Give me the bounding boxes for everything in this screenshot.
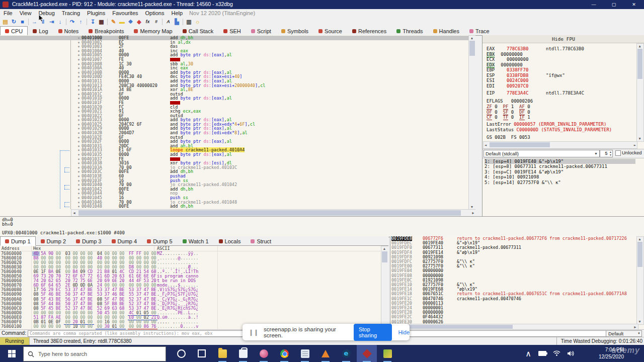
trace-into-icon[interactable]: ↧ — [89, 18, 97, 26]
disasm-row[interactable]: ●004010081C 30sbb al,30 — [0, 62, 475, 66]
register-row-eip[interactable]: EIP778E3A4Cntdll.778E3A4C — [487, 90, 584, 96]
flag-value[interactable]: 0 — [492, 110, 503, 115]
hide-fpu-button[interactable]: Hide FPU — [482, 35, 644, 43]
tab-dump-1[interactable]: Dump 1 — [0, 236, 36, 246]
breakpoint-dot-icon[interactable]: ● — [0, 157, 82, 161]
hex-byte[interactable]: 86 — [142, 324, 150, 329]
breakpoint-dot-icon[interactable]: ● — [0, 161, 82, 165]
stack-arg-row[interactable]: 5: [esp+14] 027757F0 &"\\ κ" — [485, 180, 561, 185]
step-out-icon[interactable]: ↑ — [76, 18, 85, 26]
disasm-row[interactable]: ●0040101C6Foutsd — [0, 92, 475, 97]
registers-vscrollbar[interactable]: ▲ ▼ — [636, 43, 644, 142]
breakpoint-dot-icon[interactable]: ● — [0, 70, 82, 75]
breakpoint-dot-icon[interactable]: ● — [0, 196, 82, 200]
disasm-row[interactable]: ●0040102191xchg ecx,eax — [0, 109, 475, 114]
stop-sharing-button[interactable]: Stop sharing — [354, 324, 392, 341]
breakpoint-dot-icon[interactable]: ● — [0, 44, 82, 49]
disasm-row[interactable]: ●0040101D0000add byte ptr ds:[eax],al — [0, 96, 475, 101]
disasm-row[interactable]: ●0040100440inc eax — [0, 49, 475, 53]
hex-byte[interactable]: 00 — [54, 324, 62, 329]
menu-favourites[interactable]: Favourites — [109, 10, 141, 16]
stack-pane[interactable]: 0019FDE8006772F6return to crackme11-pack… — [390, 236, 644, 329]
callconv-select[interactable]: Default (stdcall)▼ — [484, 150, 600, 157]
tab-memory-map[interactable]: Memory Map — [129, 26, 177, 36]
register-row[interactable]: EAX778C63B0ntdll.778C63B0 — [487, 46, 584, 51]
menu-help[interactable]: Help — [168, 10, 186, 16]
wifi-icon[interactable] — [550, 345, 562, 362]
register-value[interactable]: 00000000 — [507, 57, 546, 62]
tab-trace[interactable]: Trace — [464, 26, 495, 36]
taskbar-app-vlc[interactable] — [315, 345, 336, 362]
disasm-row[interactable]: ●0040104070 00jo crackme11-packed.401042 — [0, 183, 475, 187]
tab-locals[interactable]: Locals — [214, 236, 246, 246]
hex-byte[interactable]: 00 — [128, 324, 135, 329]
taskbar-app-store[interactable] — [233, 345, 253, 362]
disasm-row[interactable]: ●00401002ECin al,dx — [0, 40, 475, 45]
breakpoint-dot-icon[interactable]: ● — [0, 144, 82, 148]
graph-icon[interactable]: ▙ — [173, 18, 181, 26]
stack-arg-row[interactable]: 4: [esp+10] 00921098 — [485, 174, 539, 179]
flag-value[interactable]: 1 — [508, 104, 519, 109]
tab-source[interactable]: Source — [313, 26, 347, 36]
breakpoint-dot-icon[interactable]: ● — [0, 87, 82, 92]
taskbar-app-file-explorer[interactable] — [212, 345, 232, 362]
hex-byte[interactable]: 00 — [64, 324, 71, 329]
breakpoint-dot-icon[interactable]: ● — [0, 53, 82, 57]
taskbar-app-paint[interactable] — [254, 345, 274, 362]
register-value[interactable]: 778C63B0 — [507, 46, 546, 51]
hex-byte[interactable]: 00 — [40, 324, 47, 329]
disasm-row[interactable]: ●0040103A70 00jo crackme11-packed.40103C — [0, 165, 475, 170]
hash-icon[interactable]: # — [152, 18, 160, 26]
tab-watch-1[interactable]: Watch 1 — [178, 236, 214, 246]
breakpoint-dot-icon[interactable]: ● — [0, 74, 82, 79]
taskbar-app-edge[interactable] — [336, 345, 356, 362]
fx-icon[interactable]: fx — [143, 18, 152, 26]
taskbar-app-notepad[interactable] — [295, 345, 315, 362]
register-row[interactable]: EBX00000000 — [487, 52, 540, 57]
menu-view[interactable]: View — [16, 10, 35, 16]
stack-vscrollbar[interactable]: ▲ ▼ — [636, 236, 644, 325]
tab-seh[interactable]: SEH — [218, 26, 246, 36]
breakpoint-dot-icon[interactable]: ● — [0, 40, 82, 45]
hex-byte[interactable]: 01 — [111, 324, 118, 329]
tab-cpu[interactable]: CPU — [0, 26, 28, 36]
flag-value[interactable]: 0 — [525, 104, 536, 109]
tab-handles[interactable]: Handles — [428, 26, 464, 36]
hex-byte[interactable]: 00 — [135, 324, 142, 329]
menu-plugins[interactable]: Plugins — [84, 10, 109, 16]
flag-value[interactable]: 0 — [525, 110, 536, 115]
breakpoint-dot-icon[interactable]: ● — [0, 49, 82, 53]
flag-value[interactable]: 0 — [492, 104, 503, 109]
close-icon[interactable]: ■ — [18, 18, 27, 26]
disasm-row[interactable]: ●0040100000FEadd dh,bh — [0, 36, 475, 40]
breakpoint-dot-icon[interactable]: ● — [0, 96, 82, 101]
disasm-row[interactable]: ●00401020FCcld — [0, 105, 475, 110]
speaker-icon[interactable] — [565, 345, 577, 362]
register-value[interactable]: 00000000 — [501, 62, 540, 67]
hex-byte[interactable]: 00 — [118, 324, 126, 329]
hex-byte[interactable]: 10 — [71, 324, 79, 329]
tab-notes[interactable]: Notes — [53, 26, 84, 36]
breakpoint-dot-icon[interactable]: ● — [0, 135, 82, 140]
flags-row[interactable]: OF 0 SF 0 DF 0 — [487, 110, 536, 115]
hex-byte[interactable]: 00 — [32, 324, 40, 329]
breakpoint-dot-icon[interactable]: ● — [0, 57, 82, 62]
hex-byte[interactable]: 00 — [87, 324, 94, 329]
pencil-icon[interactable]: ✎ — [109, 18, 118, 26]
tray-chevron-icon[interactable]: ∧ — [522, 345, 534, 362]
breakpoint-dot-icon[interactable]: ● — [0, 79, 82, 83]
disasm-row[interactable]: ●0040102E6Foutsd — [0, 135, 475, 140]
register-value[interactable]: 0338FF70 — [507, 67, 546, 72]
register-value[interactable]: 778E3A4C — [507, 90, 546, 96]
register-row[interactable]: EDI009207C0 — [487, 83, 546, 88]
unlocked-checkbox[interactable] — [615, 150, 621, 156]
open-file-icon[interactable]: ▤ — [1, 18, 10, 26]
disasm-row[interactable]: ●0040104800FEadd dh,bh — [0, 204, 475, 209]
tab-dump-3[interactable]: Dump 3 — [71, 236, 107, 246]
tab-script[interactable]: Script — [246, 26, 276, 36]
stack-arg-row[interactable]: 2: [esp+8] 00677311 crackme11-packed.006… — [485, 164, 607, 169]
minimize-button[interactable]: — — [584, 0, 604, 9]
hex-byte[interactable]: 00 — [96, 324, 103, 329]
disasm-row[interactable]: ●0040102B2004D7and byte ptr ds:[edi+edx*… — [0, 131, 475, 135]
disasm-row[interactable]: ●0040104490nop — [0, 191, 475, 196]
